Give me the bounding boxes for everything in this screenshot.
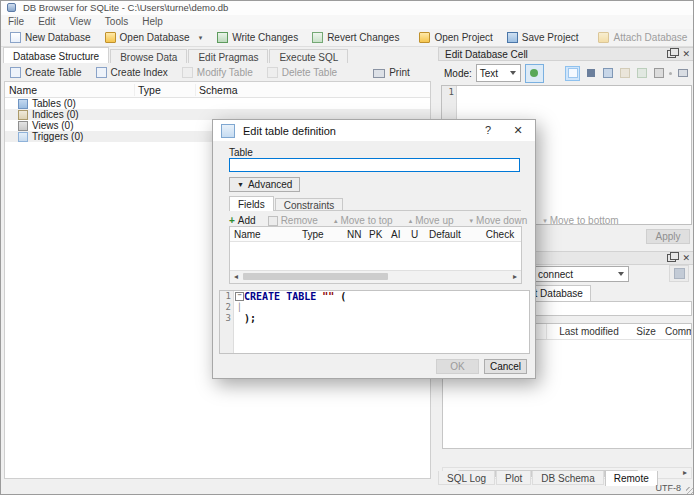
create-table-label: Create Table	[25, 67, 82, 78]
app-icon	[7, 3, 16, 12]
sql-table-name: ""	[322, 291, 334, 302]
dialog-title-bar[interactable]: Edit table definition ? ✕	[213, 120, 535, 141]
status-bar: UTF-8	[1, 486, 694, 495]
column-header-last-modified[interactable]: Last modified	[547, 326, 631, 337]
word-wrap-icon[interactable]	[565, 66, 580, 81]
remove-icon	[268, 216, 278, 226]
close-panel-icon[interactable]: ✕	[682, 49, 690, 59]
column-header-schema[interactable]: Schema	[196, 84, 430, 96]
tab-execute-sql[interactable]: Execute SQL	[269, 49, 348, 63]
dialog-close-button[interactable]: ✕	[511, 124, 525, 138]
tab-database-structure[interactable]: Database Structure	[3, 47, 109, 63]
tab-fields[interactable]: Fields	[229, 196, 274, 211]
arrow-up-icon: ▴	[409, 217, 413, 225]
auto-format-button[interactable]	[525, 64, 544, 83]
attach-database-icon	[598, 32, 609, 43]
open-database-button[interactable]: Open Database	[98, 30, 197, 45]
save-project-button[interactable]: Save Project	[500, 30, 586, 45]
menu-help[interactable]: Help	[135, 15, 170, 29]
create-index-label: Create Index	[111, 67, 168, 78]
menu-tools[interactable]: Tools	[98, 15, 135, 29]
move-up-button: ▴ Move up	[409, 215, 454, 226]
fold-marker-icon[interactable]: −	[235, 292, 244, 301]
menu-view[interactable]: View	[62, 15, 98, 29]
open-database-label: Open Database	[120, 32, 190, 43]
edit-cell-panel-header[interactable]: Edit Database Cell ✕	[438, 47, 694, 61]
delete-table-label: Delete Table	[282, 67, 337, 78]
create-table-button[interactable]: Create Table	[3, 65, 89, 80]
column-header-field-type[interactable]: Type	[298, 229, 343, 240]
line-number: 3	[220, 313, 231, 324]
column-header-nn[interactable]: NN	[343, 229, 365, 240]
arrow-down-icon: ▾	[470, 217, 474, 225]
sql-keyword: CREATE TABLE	[244, 291, 316, 302]
revert-changes-button[interactable]: Revert Changes	[305, 30, 406, 45]
fields-horizontal-scrollbar[interactable]: ◂ ▸	[230, 270, 521, 283]
copy-icon	[635, 67, 648, 80]
tab-edit-pragmas[interactable]: Edit Pragmas	[188, 49, 268, 63]
tab-db-schema[interactable]: DB Schema	[532, 471, 603, 485]
dialog-help-button[interactable]: ?	[481, 124, 495, 138]
close-panel-icon[interactable]: ✕	[682, 253, 690, 263]
add-field-button[interactable]: + Add	[229, 215, 256, 226]
advanced-label: Advanced	[248, 179, 292, 190]
mode-select[interactable]: Text	[476, 64, 521, 82]
tab-remote[interactable]: Remote	[605, 471, 658, 487]
print-button[interactable]: Print	[366, 65, 417, 80]
views-icon	[18, 121, 28, 131]
create-index-button[interactable]: Create Index	[89, 65, 175, 80]
float-panel-icon[interactable]	[667, 50, 676, 58]
resize-grip[interactable]	[686, 487, 694, 495]
tab-sql-log[interactable]: SQL Log	[438, 471, 495, 485]
column-header-default[interactable]: Default	[425, 229, 475, 240]
import-file-icon[interactable]	[584, 67, 597, 80]
chevron-down-icon	[614, 267, 628, 281]
open-database-dropdown-icon[interactable]: ▾	[199, 34, 203, 42]
modify-table-label: Modify Table	[197, 67, 253, 78]
export-file-icon[interactable]	[601, 67, 614, 80]
column-header-commit[interactable]: Commit	[661, 326, 691, 337]
move-to-top-button: ▴ Move to top	[334, 215, 393, 226]
float-panel-icon[interactable]	[667, 254, 676, 262]
dialog-tab-bar: Fields Constraints	[229, 196, 344, 211]
fields-table-body[interactable]	[230, 242, 521, 270]
column-header-field-name[interactable]: Name	[230, 229, 298, 240]
table-name-label: Table	[229, 147, 253, 158]
move-down-label: Move down	[476, 215, 527, 226]
advanced-toggle-button[interactable]: ▼ Advanced	[229, 177, 300, 192]
column-header-ai[interactable]: AI	[387, 229, 407, 240]
write-changes-button[interactable]: Write Changes	[210, 30, 305, 45]
title-bar[interactable]: DB Browser for SQLite - C:\Users\turne\d…	[1, 1, 694, 15]
cancel-button[interactable]: Cancel	[484, 359, 527, 374]
open-project-button[interactable]: Open Project	[412, 30, 499, 45]
fullscreen-icon[interactable]	[652, 67, 665, 80]
scroll-right-icon[interactable]: ▸	[679, 468, 691, 478]
table-name-input[interactable]	[229, 158, 520, 172]
scroll-right-icon[interactable]: ▸	[509, 272, 521, 282]
column-header-u[interactable]: U	[407, 229, 425, 240]
tab-browse-data[interactable]: Browse Data	[110, 49, 187, 63]
tree-item-tables[interactable]: Tables (0)	[5, 98, 430, 109]
column-header-check[interactable]: Check	[475, 229, 521, 240]
encoding-label[interactable]: UTF-8	[656, 483, 682, 493]
structure-toolbar: Create Table Create Index Modify Table D…	[1, 63, 431, 81]
print-cell-icon[interactable]	[676, 67, 689, 80]
new-database-button[interactable]: New Database	[3, 30, 98, 45]
add-icon: +	[229, 215, 235, 226]
column-header-pk[interactable]: PK	[365, 229, 387, 240]
tab-plot[interactable]: Plot	[496, 471, 531, 485]
cell-editor-icons	[565, 66, 694, 81]
menu-edit[interactable]: Edit	[31, 15, 62, 29]
column-header-size[interactable]: Size	[631, 326, 661, 337]
save-project-label: Save Project	[522, 32, 579, 43]
chevron-down-icon: ▼	[237, 181, 244, 188]
connect-button	[669, 265, 689, 282]
column-header-name[interactable]: Name	[5, 84, 135, 96]
scroll-left-icon[interactable]: ◂	[230, 272, 242, 282]
move-to-bottom-label: Move to bottom	[550, 215, 619, 226]
tree-item-label: Tables (0)	[32, 98, 76, 109]
menu-file[interactable]: File	[1, 15, 31, 29]
scrollbar-thumb[interactable]	[243, 273, 388, 280]
column-header-type[interactable]: Type	[135, 84, 196, 96]
move-up-label: Move up	[415, 215, 453, 226]
